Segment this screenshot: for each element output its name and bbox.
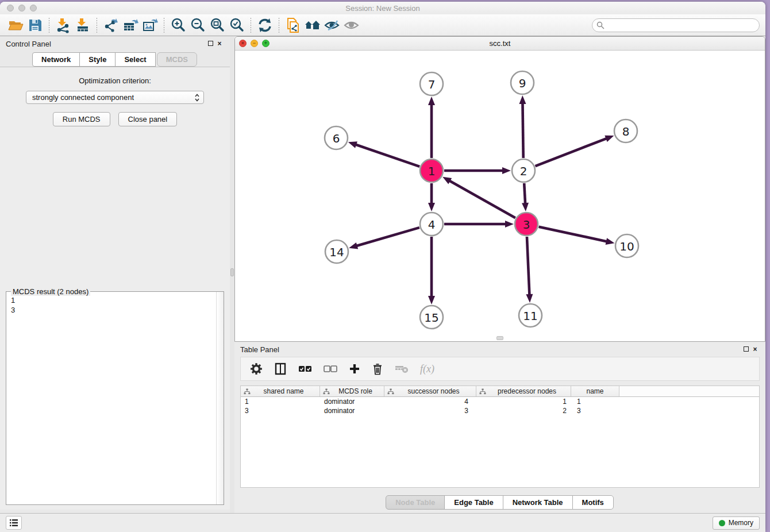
desktop: Session: New Session	[0, 0, 770, 532]
deselect-all-icon[interactable]	[324, 364, 337, 373]
panel-splitter[interactable]	[230, 36, 234, 513]
column-header-predecessor-nodes[interactable]: predecessor nodes	[476, 386, 571, 396]
tab-edge-table[interactable]: Edge Table	[444, 495, 503, 510]
toolbar-separator	[97, 18, 97, 33]
control-panel-tabs: Network Style Select MCDS	[0, 52, 230, 67]
control-panel: Control Panel × Network Style Select MCD…	[0, 36, 230, 513]
app-titlebar: Session: New Session	[0, 2, 765, 14]
table-panel: Table Panel ×	[234, 342, 765, 513]
table-panel-float-button[interactable]	[741, 345, 750, 353]
column-browser-icon[interactable]	[274, 363, 287, 375]
zoom-selected-icon[interactable]	[227, 17, 247, 34]
function-builder-icon[interactable]: f(x)	[420, 363, 434, 375]
toolbar-separator	[164, 18, 164, 33]
memory-status-icon	[719, 520, 725, 526]
tab-mcds[interactable]: MCDS	[157, 52, 197, 67]
tab-style[interactable]: Style	[79, 52, 116, 67]
column-type-icon	[387, 388, 394, 395]
table-panel-close-button[interactable]: ×	[750, 345, 760, 353]
import-network-icon[interactable]	[53, 17, 73, 34]
mcds-result-box: MCDS result (2 nodes) 1 3	[6, 291, 224, 505]
close-panel-button[interactable]: Close panel	[118, 112, 178, 126]
column-header-shared-name[interactable]: shared name	[241, 386, 320, 396]
control-panel-close-button[interactable]: ×	[215, 40, 224, 48]
node-table: shared name MCDS role successor nodes	[240, 385, 760, 488]
column-type-icon	[323, 388, 330, 395]
show-hidden-icon[interactable]	[342, 17, 361, 34]
svg-text:11: 11	[523, 309, 537, 323]
export-table-icon[interactable]	[121, 17, 140, 34]
column-header-successor-nodes[interactable]: successor nodes	[384, 386, 476, 396]
table-toolbar: f(x)	[240, 357, 760, 381]
export-image-icon[interactable]	[140, 17, 160, 34]
network-canvas: 7968124314101511	[235, 51, 765, 341]
svg-text:7: 7	[428, 78, 436, 91]
svg-text:4: 4	[428, 218, 436, 232]
mcds-result-text[interactable]: 1 3	[6, 292, 216, 504]
search-icon	[596, 21, 605, 29]
delete-column-icon[interactable]	[372, 363, 383, 375]
svg-text:14: 14	[329, 245, 344, 259]
tab-node-table[interactable]: Node Table	[386, 495, 445, 510]
svg-text:8: 8	[622, 125, 630, 138]
app-window: Session: New Session	[0, 2, 765, 532]
network-window-title: scc.txt	[235, 39, 765, 48]
hide-selected-icon[interactable]	[322, 17, 342, 34]
select-all-icon[interactable]	[298, 364, 312, 373]
zoom-in-icon[interactable]	[168, 17, 188, 34]
criterion-value: strongly connected component	[32, 93, 194, 102]
task-history-button[interactable]	[6, 516, 22, 530]
optimization-criterion-label: Optimization criterion:	[0, 76, 230, 85]
svg-text:6: 6	[333, 132, 340, 145]
network-graph[interactable]: 7968124314101511	[235, 51, 765, 341]
table-row[interactable]: 3 dominator 3 2 3	[241, 406, 759, 415]
main-toolbar	[0, 14, 765, 36]
svg-text:10: 10	[619, 240, 634, 253]
column-type-icon	[479, 388, 486, 395]
export-network-icon[interactable]	[101, 17, 121, 34]
app-title: Session: New Session	[0, 4, 765, 13]
network-resize-grip[interactable]	[496, 336, 503, 340]
toolbar-separator	[279, 18, 279, 33]
tab-motifs[interactable]: Motifs	[572, 495, 614, 510]
zoom-fit-icon[interactable]	[207, 17, 227, 34]
delete-table-icon[interactable]	[395, 364, 409, 374]
tab-network-table[interactable]: Network Table	[503, 495, 573, 510]
table-panel-title: Table Panel	[240, 345, 741, 354]
column-header-mcds-role[interactable]: MCDS role	[320, 386, 384, 396]
gear-icon[interactable]	[250, 363, 263, 375]
search-field	[592, 18, 760, 32]
svg-text:2: 2	[520, 164, 528, 178]
table-row[interactable]: 1 dominator 4 1 1	[241, 397, 759, 406]
refresh-layout-icon[interactable]	[255, 17, 275, 34]
save-session-icon[interactable]	[25, 17, 45, 34]
column-header-name[interactable]: name	[571, 386, 619, 396]
control-panel-title: Control Panel	[6, 40, 206, 48]
open-session-icon[interactable]	[283, 17, 303, 34]
svg-text:1: 1	[428, 164, 436, 178]
memory-button[interactable]: Memory	[713, 516, 760, 530]
import-table-icon[interactable]	[73, 17, 93, 34]
node-table-header: shared name MCDS role successor nodes	[241, 386, 759, 397]
tab-network[interactable]: Network	[32, 52, 80, 67]
network-view-window: scc.txt × − + 7968124314101511	[234, 36, 765, 342]
svg-text:3: 3	[523, 218, 530, 232]
dropdown-stepper-icon	[194, 94, 200, 102]
result-scrollbar[interactable]	[216, 292, 224, 504]
tab-select[interactable]: Select	[115, 52, 155, 67]
search-input[interactable]	[592, 18, 760, 32]
mcds-result-title: MCDS result (2 nodes)	[11, 287, 90, 296]
criterion-dropdown[interactable]: strongly connected component	[26, 91, 204, 104]
zoom-out-icon[interactable]	[188, 17, 207, 34]
open-file-icon[interactable]	[6, 17, 25, 34]
control-panel-float-button[interactable]	[206, 40, 215, 48]
memory-label: Memory	[729, 519, 753, 527]
toolbar-separator	[251, 18, 251, 33]
splitter-grip-icon[interactable]	[230, 268, 234, 276]
run-mcds-button[interactable]: Run MCDS	[53, 112, 110, 126]
svg-text:15: 15	[424, 311, 438, 325]
toolbar-separator	[49, 18, 49, 33]
show-all-icon[interactable]	[303, 17, 322, 34]
network-window-titlebar: scc.txt × − +	[235, 37, 765, 51]
add-column-icon[interactable]	[349, 363, 360, 375]
